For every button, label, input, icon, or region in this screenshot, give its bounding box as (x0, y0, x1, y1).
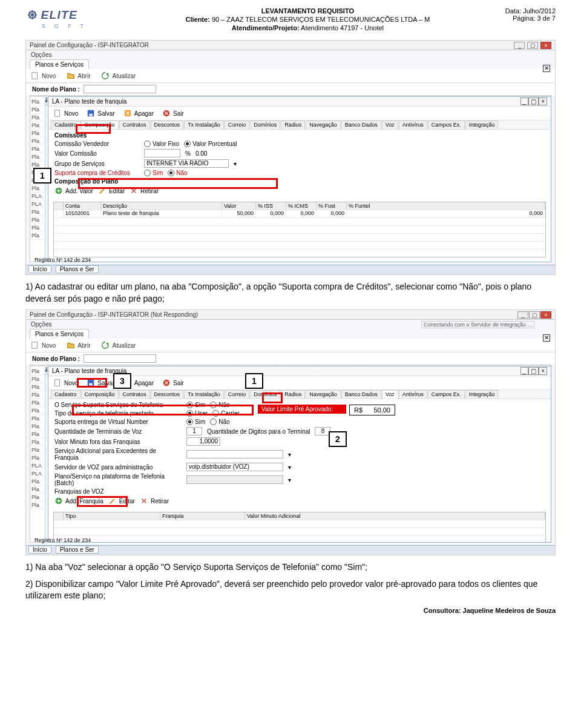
pre-aprovado-currency: R$ 50,00 (349, 405, 395, 415)
inner-window-2: LA - Plano teste de franquia _▢× Novo Sa… (48, 366, 551, 543)
max-icon[interactable]: ▢ (528, 98, 539, 105)
highlight-add-franquia (77, 496, 128, 507)
footer-consultora: Consultora: Jaqueline Medeiros de Souza (25, 607, 556, 614)
screenshot-2: Painel de Configuração - ISP-INTEGRATOR … (25, 309, 556, 555)
svg-rect-10 (32, 342, 38, 349)
paragraph-2b: 2) Disponibilizar campo "Valor Limite Pr… (25, 578, 556, 602)
callout-2: 2 (329, 431, 347, 447)
highlight-suporta-creditos (78, 178, 278, 189)
inner-tabs[interactable]: CadastroComposição ContratosDescontosTx … (48, 121, 551, 130)
abrir-button[interactable]: Abrir (67, 71, 90, 80)
sup-cred-label: Suporta compra de Créditos (54, 170, 139, 176)
highlight-salvar (77, 378, 107, 388)
client-line: Cliente: 90 – ZAAZ TELECOM SERVIÇOS EM T… (110, 16, 505, 24)
callout-3: 3 (113, 373, 131, 389)
connecting-label: Conectando com o Servidor de Integração … (421, 321, 534, 328)
max-icon[interactable]: ▢ (527, 42, 538, 49)
paragraph-1: 1) Ao cadastrar ou editar um plano, na a… (25, 281, 556, 305)
min-icon[interactable]: _ (514, 42, 525, 49)
window-title: Painel de Configuração - ISP-INTEGRATOR … (30, 311, 198, 318)
svg-text:ELITE: ELITE (41, 8, 77, 21)
atualizar-button[interactable]: Atualizar (101, 71, 136, 80)
doc-title: LEVANTAMENTO REQUISITO (110, 7, 505, 16)
window-buttons: _ ▢ × (513, 42, 551, 49)
svg-rect-3 (32, 73, 38, 79)
nao-radio[interactable]: Não (168, 170, 187, 176)
header-right: Data: Julho/2012 Página: 3 de 7 (505, 6, 556, 22)
taskbar-planos[interactable]: Planos e Ser (56, 265, 99, 273)
comp-grid: Conta Descrição Valor % ISS % ICMS % Fus… (53, 202, 546, 257)
callout-1: 1 (33, 168, 51, 184)
highlight-servico-telefonia (72, 405, 254, 415)
svg-rect-11 (55, 380, 60, 386)
inner1-title: LA - Plano teste de franquia (52, 98, 126, 105)
project-line: Atendimento/Projeto: Atendimento 47197 -… (110, 24, 505, 33)
close-icon[interactable]: × (540, 42, 551, 49)
valor-fixo-radio[interactable]: Valor Fixo (144, 141, 179, 147)
inner-apagar[interactable]: Apagar (123, 109, 154, 117)
label-pre-aprovado: Valor Limite Pré Aprovado: (258, 405, 346, 414)
elite-soft-logo: ELITE S O F T (25, 7, 110, 36)
tab-close-icon[interactable]: ✕ (543, 65, 550, 72)
taskbar-inicio[interactable]: Início (28, 265, 51, 273)
highlight-composicao-tab (76, 124, 111, 134)
header-center: LEVANTAMENTO REQUISITO Cliente: 90 – ZAA… (110, 6, 505, 32)
svg-rect-4 (55, 110, 60, 117)
menu-opcoes[interactable]: Opções (26, 50, 555, 59)
callout-1b: 1 (245, 373, 263, 389)
sim-radio[interactable]: Sim (144, 170, 163, 176)
valor-comissao-input[interactable] (144, 149, 180, 157)
inner-salvar[interactable]: Salvar (87, 109, 114, 117)
valor-perc-radio[interactable]: Valor Porcentual (184, 141, 237, 147)
nome-plano-label: Nome do Plano : (32, 86, 80, 93)
close-icon[interactable]: × (539, 98, 547, 105)
min-icon[interactable]: _ (520, 98, 529, 105)
highlight-voz-tab (262, 392, 283, 403)
inner-sair[interactable]: Sair (162, 109, 184, 117)
svg-rect-6 (90, 114, 93, 116)
table-row[interactable]: 10102001 Plano teste de franquia 50,000 … (54, 210, 545, 217)
registro-counter: Registro Nº 142 de 234 (34, 257, 91, 263)
franquias-grid: Tipo Franquia Valor Minuto Adicional (53, 512, 546, 543)
inner-novo[interactable]: Novo (53, 109, 78, 117)
novo-button[interactable]: Novo (31, 71, 56, 80)
svg-text:S  O  F  T: S O F T (42, 23, 88, 29)
window-title: Painel de Configuração - ISP-INTEGRATOR (30, 42, 149, 48)
grupo-select[interactable]: INTERNET VIA RADIO (144, 159, 229, 168)
tab-planos[interactable]: Planos e Serviços (30, 59, 89, 69)
nome-plano-input[interactable] (84, 85, 156, 93)
screenshot-1: Painel de Configuração - ISP-INTEGRATOR … (25, 40, 556, 275)
paragraph-2a: 1) Na aba "Voz" selecionar a opção "O Se… (25, 561, 556, 574)
